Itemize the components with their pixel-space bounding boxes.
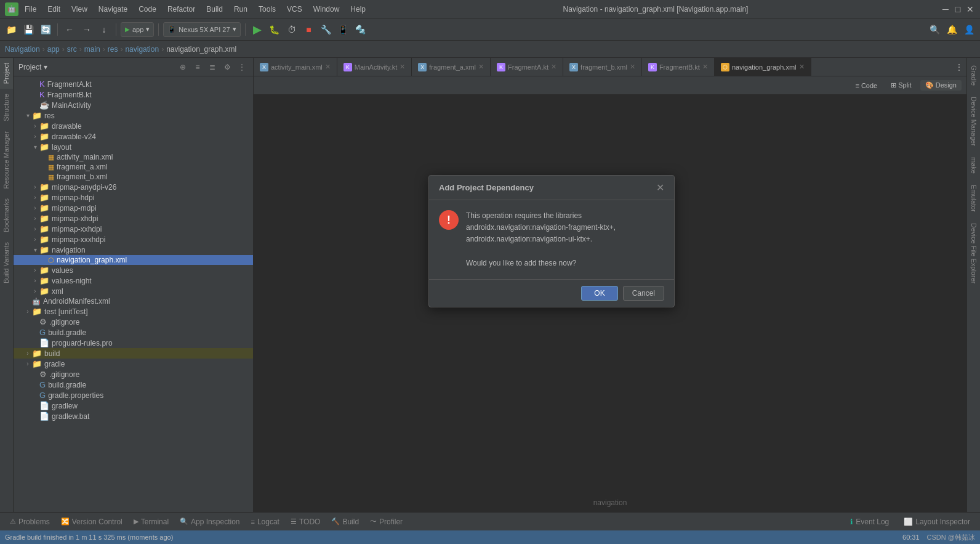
bottom-tab-terminal[interactable]: ▶ Terminal: [129, 516, 174, 527]
menu-code[interactable]: Code: [134, 4, 161, 15]
bottom-tab-app-inspection[interactable]: 🔍 App Inspection: [175, 516, 244, 527]
tree-item-gradle-folder[interactable]: › 📁 gradle: [14, 359, 253, 369]
tree-item-mainactivity[interactable]: ☕ MainActivity: [14, 100, 253, 110]
sidebar-tab-resource[interactable]: Resource Manager: [0, 126, 13, 194]
right-tab-emulator[interactable]: Emulator: [968, 180, 980, 217]
tree-item-build-folder[interactable]: › 📁 build: [14, 348, 253, 359]
menu-build[interactable]: Build: [201, 4, 228, 15]
bottom-tab-build[interactable]: 🔨 Build: [326, 516, 364, 527]
bottom-tab-logcat[interactable]: ≡ Logcat: [246, 516, 284, 527]
right-tab-make[interactable]: make: [968, 152, 980, 179]
tree-item-fragment-b-xml[interactable]: ▦ fragment_b.xml: [14, 172, 253, 182]
tree-item-navigation-graph[interactable]: ⬡ navigation_graph.xml: [14, 255, 253, 265]
sdk-button[interactable]: 🔩: [353, 22, 368, 37]
tab-close-button[interactable]: ✕: [551, 63, 556, 71]
right-tab-device-manager[interactable]: Device Manager: [968, 92, 980, 151]
bottom-tab-layout-inspector[interactable]: ⬜ Layout Inspector: [899, 516, 975, 527]
tree-item-proguard[interactable]: 📄 proguard-rules.pro: [14, 338, 253, 348]
dialog-cancel-button[interactable]: Cancel: [623, 286, 664, 301]
menu-help[interactable]: Help: [345, 4, 371, 15]
tab-fragment-b-xml[interactable]: X fragment_b.xml ✕: [563, 58, 642, 76]
tree-item-fragmentb-kt[interactable]: K FragmentB.kt: [14, 89, 253, 100]
tree-item-mipmap-xhdpi[interactable]: › 📁 mipmap-xhdpi: [14, 213, 253, 224]
tree-item-mipmap-anydpi[interactable]: › 📁 mipmap-anydpi-v26: [14, 182, 253, 192]
tab-close-button[interactable]: ✕: [325, 63, 331, 71]
breadcrumb-res[interactable]: res: [108, 45, 118, 54]
menu-refactor[interactable]: Refactor: [163, 4, 200, 15]
breadcrumb-navigation[interactable]: navigation: [125, 45, 159, 54]
minimize-button[interactable]: ─: [941, 4, 950, 14]
tree-item-xml[interactable]: › 📁 xml: [14, 286, 253, 296]
profile-button[interactable]: ⏱: [284, 22, 299, 37]
tree-item-values-night[interactable]: › 📁 values-night: [14, 275, 253, 286]
right-tab-device-file[interactable]: Device File Explorer: [968, 218, 980, 288]
sidebar-tab-build-variants[interactable]: Build Variants: [0, 237, 13, 288]
menu-view[interactable]: View: [66, 4, 92, 15]
tree-item-gradlew-bat[interactable]: 📄 gradlew.bat: [14, 411, 253, 421]
sidebar-tab-bookmarks[interactable]: Bookmarks: [0, 193, 13, 237]
tree-item-activity-main-xml[interactable]: ▦ activity_main.xml: [14, 152, 253, 162]
tree-item-mipmap-hdpi[interactable]: › 📁 mipmap-hdpi: [14, 192, 253, 203]
bottom-tab-event-log[interactable]: ℹ Event Log: [845, 516, 894, 527]
tree-item-mipmap-mdpi[interactable]: › 📁 mipmap-mdpi: [14, 203, 253, 213]
tab-fragment-a-kt[interactable]: K FragmentA.kt ✕: [491, 58, 563, 76]
device-dropdown[interactable]: 📱 Nexus 5X API 27 ▾: [163, 22, 240, 37]
tab-activity-main-xml[interactable]: X activity_main.xml ✕: [254, 58, 337, 76]
tab-close-button[interactable]: ✕: [478, 63, 484, 71]
settings-button[interactable]: ⚙: [221, 61, 233, 73]
menu-vcs[interactable]: VCS: [282, 4, 307, 15]
tree-item-gradle-properties[interactable]: G gradle.properties: [14, 390, 253, 400]
tab-close-button[interactable]: ✕: [630, 63, 635, 71]
search-button[interactable]: 🔍: [927, 22, 942, 37]
menu-edit[interactable]: Edit: [42, 4, 65, 15]
stop-button[interactable]: ■: [302, 22, 316, 37]
bottom-tab-profiler[interactable]: 〜 Profiler: [365, 516, 408, 527]
tab-close-button[interactable]: ✕: [799, 63, 805, 71]
gradle-sync-button[interactable]: 🔧: [319, 22, 334, 37]
tab-fragment-a-xml[interactable]: X fragment_a.xml ✕: [412, 58, 491, 76]
tree-item-layout[interactable]: ▾ 📁 layout: [14, 142, 253, 152]
tree-item-mipmap-xxhdpi[interactable]: › 📁 mipmap-xxhdpi: [14, 224, 253, 234]
filter-button[interactable]: ≣: [206, 61, 219, 73]
sort-button[interactable]: ≡: [191, 61, 204, 73]
tree-item-build-gradle-2[interactable]: G build.gradle: [14, 380, 253, 390]
bottom-tab-todo[interactable]: ☰ TODO: [286, 516, 325, 527]
breadcrumb-main[interactable]: main: [84, 45, 100, 54]
breadcrumb-src[interactable]: src: [67, 45, 77, 54]
bottom-tab-version-control[interactable]: 🔀 Version Control: [56, 516, 127, 527]
tree-item-android-manifest[interactable]: 🤖 AndroidManifest.xml: [14, 296, 253, 306]
tree-item-values[interactable]: › 📁 values: [14, 265, 253, 275]
tab-fragment-b-kt[interactable]: K FragmentB.kt ✕: [642, 58, 715, 76]
tab-navigation-graph-xml[interactable]: ⬡ navigation_graph.xml ✕: [715, 58, 811, 76]
tree-item-gitignore-2[interactable]: ⚙ .gitignore: [14, 369, 253, 380]
bottom-tab-problems[interactable]: ⚠ Problems: [5, 516, 55, 527]
tree-item-mipmap-xxxhdpi[interactable]: › 📁 mipmap-xxxhdpi: [14, 234, 253, 245]
tree-item-navigation-folder[interactable]: ▾ 📁 navigation: [14, 245, 253, 255]
tree-item-fragmenta-kt[interactable]: K FragmentA.kt: [14, 79, 253, 89]
close-button[interactable]: ✕: [965, 4, 975, 14]
account-button[interactable]: 👤: [962, 22, 976, 37]
breadcrumb-app[interactable]: app: [47, 45, 60, 54]
dialog-close-button[interactable]: ✕: [656, 182, 664, 193]
tree-item-fragment-a-xml[interactable]: ▦ fragment_a.xml: [14, 162, 253, 172]
back-button[interactable]: ←: [62, 22, 77, 37]
code-view-button[interactable]: ≡ Code: [850, 81, 882, 91]
menu-file[interactable]: File: [20, 4, 41, 15]
tree-item-build-gradle-1[interactable]: G build.gradle: [14, 327, 253, 338]
locate-button[interactable]: ⊕: [177, 61, 189, 73]
breadcrumb-navigation[interactable]: Navigation: [5, 45, 40, 54]
recent-button[interactable]: ↓: [97, 22, 111, 37]
sync-button[interactable]: 🔄: [38, 22, 53, 37]
tree-item-gradlew[interactable]: 📄 gradlew: [14, 400, 253, 411]
dialog-ok-button[interactable]: OK: [581, 286, 617, 301]
tree-item-drawable[interactable]: › 📁 drawable: [14, 121, 253, 131]
more-button[interactable]: ⋮: [236, 61, 248, 73]
tree-item-res[interactable]: ▾ 📁 res: [14, 110, 253, 121]
run-button[interactable]: ▶: [250, 22, 265, 37]
tab-close-button[interactable]: ✕: [702, 63, 708, 71]
tree-item-drawable-v24[interactable]: › 📁 drawable-v24: [14, 131, 253, 142]
forward-button[interactable]: →: [79, 22, 94, 37]
notifications-button[interactable]: 🔔: [944, 22, 959, 37]
menu-tools[interactable]: Tools: [254, 4, 281, 15]
tab-close-button[interactable]: ✕: [400, 63, 405, 71]
